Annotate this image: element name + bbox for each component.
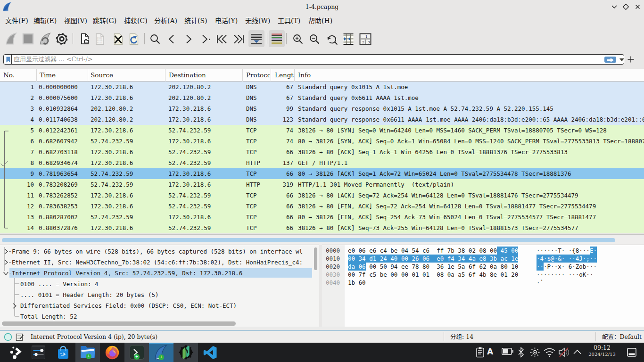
svg-text:3: 3 bbox=[368, 40, 370, 44]
svg-text:2: 2 bbox=[362, 40, 364, 44]
svg-text:1: 1 bbox=[365, 34, 368, 39]
svg-text:0111: 0111 bbox=[97, 41, 102, 44]
